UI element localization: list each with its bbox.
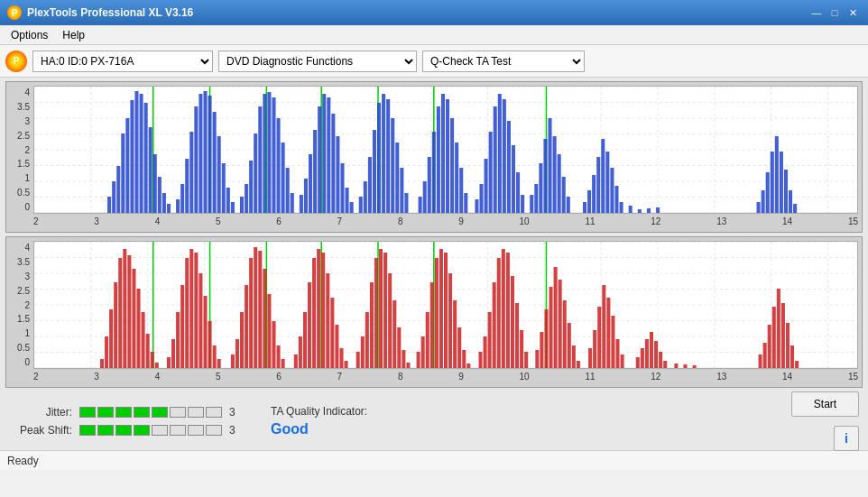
svg-rect-237 <box>421 336 425 368</box>
svg-rect-134 <box>647 208 651 213</box>
app-title: PlexTools Professional XL V3.16 <box>27 6 807 19</box>
svg-rect-274 <box>611 316 614 368</box>
close-button[interactable]: ✕ <box>845 5 861 21</box>
red-chart-svg <box>34 242 857 368</box>
svg-rect-68 <box>291 193 294 213</box>
svg-rect-113 <box>521 195 524 213</box>
svg-rect-212 <box>294 354 298 368</box>
svg-rect-183 <box>136 289 140 368</box>
svg-rect-251 <box>493 282 496 368</box>
svg-rect-126 <box>596 157 600 213</box>
svg-rect-250 <box>488 312 492 368</box>
ta-quality-label: TA Quality Indicator: <box>271 405 367 418</box>
svg-rect-193 <box>189 249 193 368</box>
info-button[interactable]: i <box>834 426 859 451</box>
svg-rect-117 <box>543 139 547 213</box>
peakshift-bar-seg-5 <box>152 425 168 436</box>
svg-rect-175 <box>100 359 104 368</box>
red-chart-x-axis: 2 3 4 5 6 7 8 9 10 11 12 13 14 15 <box>33 369 858 387</box>
svg-rect-40 <box>153 154 157 213</box>
svg-rect-285 <box>683 364 687 368</box>
svg-rect-210 <box>277 345 281 368</box>
jitter-value: 3 <box>229 406 235 419</box>
svg-rect-192 <box>185 258 189 368</box>
svg-rect-137 <box>762 190 765 213</box>
svg-rect-273 <box>606 298 610 368</box>
svg-rect-257 <box>520 330 523 368</box>
svg-rect-38 <box>144 103 148 213</box>
svg-rect-229 <box>379 249 383 368</box>
test-select[interactable]: Q-Check TA Test <box>422 51 585 72</box>
red-chart: 4 3.5 3 2.5 2 1.5 1 0.5 0 <box>5 236 863 388</box>
svg-rect-42 <box>162 193 166 213</box>
start-button[interactable]: Start <box>791 391 859 417</box>
menu-options[interactable]: Options <box>4 27 55 43</box>
svg-rect-88 <box>391 118 394 213</box>
minimize-button[interactable]: — <box>808 5 825 21</box>
maximize-button[interactable]: □ <box>826 5 843 21</box>
svg-rect-187 <box>155 363 159 368</box>
svg-rect-100 <box>455 143 458 213</box>
title-bar: P PlexTools Professional XL V3.16 — □ ✕ <box>0 0 868 25</box>
svg-rect-52 <box>213 112 217 213</box>
svg-rect-61 <box>258 106 262 213</box>
jitter-bar-seg-2 <box>97 407 114 418</box>
svg-rect-277 <box>636 357 640 368</box>
svg-rect-228 <box>374 258 378 368</box>
svg-rect-243 <box>448 273 452 368</box>
status-bar: Ready <box>0 450 868 470</box>
svg-rect-259 <box>535 350 539 368</box>
svg-rect-96 <box>437 106 440 213</box>
charts-area: 4 3.5 3 2.5 2 1.5 1 0.5 0 <box>0 78 868 391</box>
svg-rect-253 <box>502 249 505 368</box>
svg-rect-224 <box>356 352 360 368</box>
svg-rect-56 <box>231 202 235 213</box>
svg-rect-178 <box>114 282 117 368</box>
svg-rect-288 <box>763 343 767 368</box>
svg-rect-94 <box>428 157 431 213</box>
svg-rect-184 <box>142 312 145 368</box>
svg-rect-125 <box>592 175 596 213</box>
menu-help[interactable]: Help <box>55 27 92 43</box>
svg-rect-270 <box>593 330 596 368</box>
device-select[interactable]: HA:0 ID:0 PX-716A <box>32 51 213 72</box>
svg-rect-124 <box>587 190 591 213</box>
svg-rect-92 <box>419 197 422 213</box>
svg-rect-220 <box>330 298 334 368</box>
svg-rect-76 <box>331 114 335 213</box>
svg-rect-200 <box>231 354 235 368</box>
peakshift-bar-seg-7 <box>188 425 204 436</box>
jitter-bar-seg-8 <box>206 407 222 418</box>
svg-rect-32 <box>116 166 120 213</box>
svg-rect-271 <box>597 307 601 368</box>
svg-rect-136 <box>757 202 761 213</box>
svg-rect-79 <box>346 188 349 213</box>
svg-rect-246 <box>462 350 466 368</box>
svg-rect-72 <box>313 130 317 213</box>
svg-rect-205 <box>254 247 257 368</box>
toolbar: P HA:0 ID:0 PX-716A DVD Diagnostic Funct… <box>0 45 868 78</box>
svg-rect-122 <box>567 197 570 213</box>
app-icon: P <box>7 5 22 20</box>
svg-rect-222 <box>339 348 343 368</box>
svg-rect-176 <box>105 336 108 368</box>
red-chart-y-axis: 4 3.5 3 2.5 2 1.5 1 0.5 0 <box>6 241 33 369</box>
svg-rect-93 <box>423 181 427 213</box>
svg-rect-80 <box>350 202 354 213</box>
svg-rect-209 <box>272 321 275 368</box>
svg-rect-112 <box>516 172 520 213</box>
function-select[interactable]: DVD Diagnostic Functions <box>218 51 417 72</box>
svg-rect-102 <box>464 193 467 213</box>
peakshift-bar-seg-1 <box>79 425 96 436</box>
svg-rect-111 <box>512 145 515 213</box>
svg-rect-84 <box>373 130 376 213</box>
svg-rect-51 <box>208 96 212 213</box>
ta-quality-value: Good <box>271 421 309 437</box>
svg-rect-238 <box>426 312 429 368</box>
peakshift-bar-seg-6 <box>170 425 186 436</box>
svg-rect-204 <box>249 258 253 368</box>
svg-rect-236 <box>417 352 420 368</box>
svg-rect-47 <box>189 132 193 213</box>
svg-rect-30 <box>107 197 111 213</box>
jitter-bar-seg-5 <box>152 407 168 418</box>
